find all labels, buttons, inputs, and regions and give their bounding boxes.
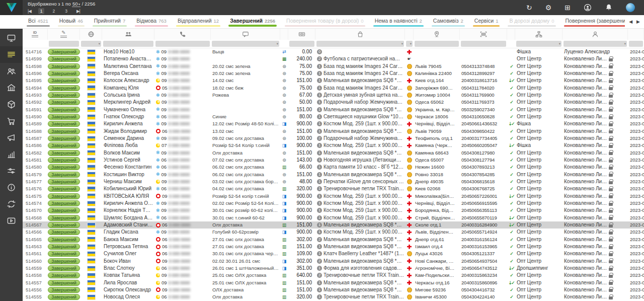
sidebar-item-dashboard[interactable] bbox=[0, 30, 23, 46]
status-tab[interactable]: В дорозі додому 0 bbox=[504, 15, 559, 28]
column-check-header[interactable] bbox=[507, 29, 515, 40]
column-products-header[interactable] bbox=[315, 29, 405, 40]
sidebar-item-procurement[interactable] bbox=[0, 113, 23, 129]
table-row[interactable]: 514716 Завершений Нов10 Нов10 090 000 00… bbox=[23, 48, 644, 55]
table-row[interactable]: 514558 Завершений Ковпак Татьяна 090 000… bbox=[23, 272, 644, 279]
table-row[interactable]: 514565 Завершений Баюка Максим 060 000 0… bbox=[23, 236, 644, 243]
sidebar-item-automation[interactable] bbox=[0, 163, 23, 179]
status-tab[interactable]: Новый 46 bbox=[54, 15, 89, 28]
table-row[interactable]: 514575 Завершений КВІТОВСЬКА ЮЛІЯ 090 00… bbox=[23, 193, 644, 200]
sidebar-item-marketing[interactable] bbox=[0, 129, 23, 146]
add-order-icon[interactable]: ⊞ bbox=[565, 4, 571, 11]
table-row[interactable]: 514555 Завершений Новосад Олеся 060 000 … bbox=[23, 293, 644, 300]
user-avatar[interactable] bbox=[626, 3, 635, 12]
filter-country-select[interactable]: ▾ bbox=[81, 41, 101, 47]
column-delivery-header[interactable] bbox=[405, 29, 414, 40]
status-tab[interactable]: Повернення (завершений) 125 bbox=[560, 15, 625, 28]
app-logo[interactable] bbox=[0, 0, 23, 15]
table-row[interactable]: 514568 Завершений Шумляс Богдана Ан… 060… bbox=[23, 214, 644, 221]
table-row[interactable]: 514577 Завершений Черниш Максим 090 000 … bbox=[23, 178, 644, 185]
table-row[interactable]: 514580 Завершений Фесенко Константин 060… bbox=[23, 164, 644, 171]
column-manager-header[interactable] bbox=[562, 29, 628, 40]
sidebar-item-partners[interactable] bbox=[0, 196, 23, 212]
tabs-scroll-left-icon[interactable]: ◀ bbox=[629, 19, 632, 24]
filter-phone-input[interactable] bbox=[155, 41, 210, 47]
table-row[interactable]: 514574 Завершений Кирилич Анжела Ол… 090… bbox=[23, 200, 644, 207]
status-tab[interactable]: Завершений 2256 bbox=[224, 15, 281, 28]
profile-icon[interactable] bbox=[584, 4, 592, 12]
settings-gear-icon[interactable]: ⚙ bbox=[545, 4, 552, 11]
sidebar-item-counterparties[interactable] bbox=[0, 63, 23, 80]
sidebar-item-orders[interactable] bbox=[0, 46, 23, 63]
table-row[interactable]: 514586 Завершений Філіпова Люба 070 000 … bbox=[23, 142, 644, 149]
table-row[interactable]: 514596 Завершений Вегера Оксана 090 000 … bbox=[23, 70, 644, 77]
table-row[interactable]: 514563 Завершений Петровська Тетяна 060 … bbox=[23, 243, 644, 250]
status-tab[interactable]: Нема в наявності 2 bbox=[369, 15, 428, 28]
column-country-header[interactable] bbox=[80, 29, 102, 40]
column-comment-header[interactable] bbox=[211, 29, 280, 40]
filter-manager-select[interactable]: ▾ bbox=[564, 41, 627, 47]
column-address-header[interactable] bbox=[414, 29, 460, 40]
column-status-header[interactable]: ✎ bbox=[48, 29, 80, 40]
column-tracking-header[interactable] bbox=[460, 29, 507, 40]
page-number-button[interactable]: 3 bbox=[63, 8, 69, 14]
table-row[interactable]: 514588 Завершений Жидак Володимир 060 00… bbox=[23, 128, 644, 135]
column-id-header[interactable]: ID bbox=[23, 29, 48, 40]
column-sum-header[interactable] bbox=[288, 29, 315, 40]
tabs-scroll-right-icon[interactable]: ▶ bbox=[636, 19, 640, 24]
table-row[interactable]: 514592 Завершений Мерклингер Андрей 090 … bbox=[23, 99, 644, 106]
filter-channel-select[interactable]: ▾ bbox=[516, 41, 561, 47]
table-row[interactable]: 514582 Завершений Волков Максим 090 000 … bbox=[23, 149, 644, 157]
page-number-button[interactable]: 1 bbox=[38, 8, 45, 14]
table-row[interactable]: 514570 Завершений Корнелюк Надія Та… 090… bbox=[23, 207, 644, 214]
status-tab[interactable]: Прийнятий 7 bbox=[89, 15, 131, 28]
table-row[interactable]: 514560 Завершений Бокоч Иван 090 000 000… bbox=[23, 258, 644, 265]
table-row[interactable]: 514594 Завершений Компанец Юля 050 000 0… bbox=[23, 85, 644, 92]
table-row[interactable]: 514599 Завершений Потапенко Анастас… 090… bbox=[23, 55, 644, 62]
sidebar-item-statistics[interactable] bbox=[0, 146, 23, 163]
status-tab[interactable]: Самовивіз 2 bbox=[428, 15, 469, 28]
table-row[interactable]: 514557 Завершений Лила Ярослав 090 000 0… bbox=[23, 279, 644, 286]
first-page-button[interactable]: |◀ bbox=[28, 8, 31, 14]
table-row[interactable]: 514567 Завершений Адамовский Станис… 060… bbox=[23, 221, 644, 229]
status-tab[interactable]: Сервіси 1 bbox=[469, 15, 504, 28]
table-row[interactable]: 514595 Завершений Колосок Александр 090 … bbox=[23, 77, 644, 84]
filter-products-select[interactable]: ▾ bbox=[316, 41, 404, 47]
table-row[interactable]: 514589 Завершений Кирилич Анжела 090 000… bbox=[23, 120, 644, 127]
filter-comment-select[interactable]: ▾ bbox=[212, 41, 279, 47]
table-row[interactable]: 514587 Завершений Семенюк Дарина 090 000… bbox=[23, 135, 644, 142]
table-row[interactable]: 514559 Завершений Влас Слотюу 060 000 00… bbox=[23, 265, 644, 272]
filter-tracking-input[interactable] bbox=[461, 41, 506, 47]
filter-client-input[interactable] bbox=[103, 41, 153, 47]
last-page-button[interactable]: ▶| bbox=[76, 8, 80, 14]
column-date-header[interactable] bbox=[628, 29, 644, 40]
column-payment-header[interactable] bbox=[280, 29, 288, 40]
column-channel-header[interactable] bbox=[515, 29, 562, 40]
table-row[interactable]: 514591 Завершений Чумаченко Олена 090 00… bbox=[23, 106, 644, 113]
sidebar-item-video-tutorials[interactable] bbox=[0, 212, 23, 229]
table-row[interactable]: 514590 Завершений Гнатюк Олексндр 060 00… bbox=[23, 113, 644, 120]
filter-date-input[interactable] bbox=[629, 41, 643, 47]
column-client-header[interactable] bbox=[102, 29, 154, 40]
table-row[interactable]: 514579 Завершений Костишин Виктор 090 00… bbox=[23, 171, 644, 178]
table-row[interactable]: 514561 Завершений Сучилов Олег 060 000 0… bbox=[23, 250, 644, 257]
filter-delivery-select[interactable]: ▾ bbox=[406, 41, 413, 47]
refresh-icon[interactable]: ↻ bbox=[526, 4, 532, 11]
sidebar-item-products[interactable] bbox=[0, 96, 23, 113]
table-row[interactable]: 514581 Завершений Устинов Сергей 060 000… bbox=[23, 157, 644, 164]
table-row[interactable]: 514556 Завершений Сиротюк Олександр 090 … bbox=[23, 286, 644, 293]
sidebar-item-info[interactable] bbox=[0, 179, 23, 196]
filter-status-input[interactable] bbox=[49, 41, 79, 47]
table-row[interactable]: 514593 Завершений Сольська Ірина 090 000… bbox=[23, 92, 644, 99]
notifications-bell-icon[interactable] bbox=[605, 4, 613, 12]
page-size-select[interactable]: 50▾ bbox=[72, 1, 80, 7]
filter-address-input[interactable] bbox=[415, 41, 459, 47]
status-tab[interactable]: Повернення товару (в дорозі) 0 bbox=[281, 15, 369, 28]
sidebar-item-warehouse[interactable] bbox=[0, 80, 23, 96]
column-phone-header[interactable] bbox=[154, 29, 211, 40]
table-row[interactable]: 514566 Завершений Гладик Оксана 090 000 … bbox=[23, 229, 644, 236]
page-number-button[interactable]: 2 bbox=[50, 8, 57, 14]
status-tab[interactable]: Всі 4521 bbox=[23, 15, 54, 28]
table-row[interactable]: 514576 Завершений Кобилинський Юрий 060 … bbox=[23, 185, 644, 192]
status-tab[interactable]: Відмова 763 bbox=[131, 15, 172, 28]
